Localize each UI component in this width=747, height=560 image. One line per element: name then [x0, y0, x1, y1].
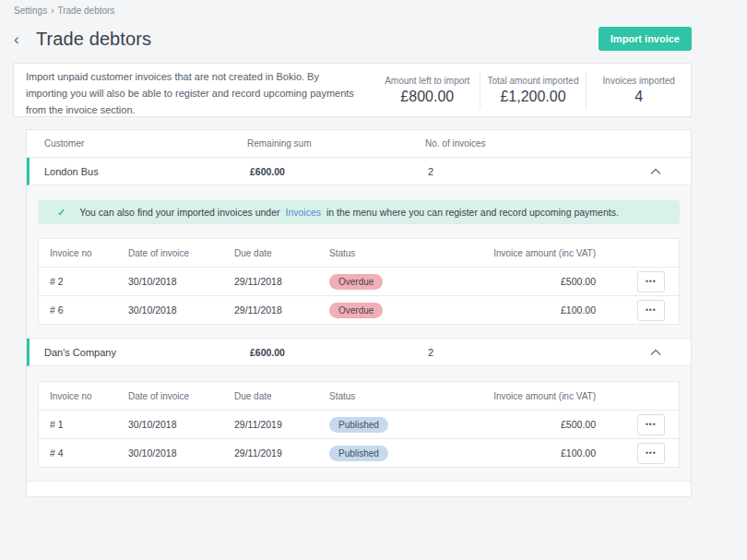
- summary-stat: Amount left to import£800.00: [375, 72, 480, 109]
- import-invoice-button[interactable]: Import invoice: [599, 27, 692, 51]
- summary-stat: Total amount imported£1,200.00: [480, 72, 587, 109]
- invoice-more-button[interactable]: ▪▪▪: [637, 414, 665, 435]
- summary-description: Import unpaid customer invoices that are…: [14, 64, 375, 116]
- invoice-date: 30/10/2018: [128, 419, 234, 430]
- invoice-more-button[interactable]: ▪▪▪: [637, 271, 665, 292]
- summary-stats: Amount left to import£800.00Total amount…: [375, 64, 691, 116]
- invoices-link[interactable]: Invoices: [285, 207, 321, 218]
- chevron-up-icon: [650, 349, 661, 356]
- customer-remaining-sum: £600.00: [250, 347, 428, 358]
- banner-text: You can also find your imported invoices…: [79, 207, 619, 218]
- invoice-no: # 4: [39, 447, 128, 459]
- invoice-status-cell: Overdue: [329, 274, 477, 290]
- page-title: Trade debtors: [36, 29, 151, 50]
- customer-expanded-section: ✓You can also find your imported invoice…: [27, 185, 691, 339]
- invoice-row: # 630/10/201829/11/2018Overdue£100.00▪▪▪: [39, 295, 679, 324]
- column-header-no-of-invoices: No. of invoices: [425, 138, 650, 149]
- invoice-status-cell: Overdue: [329, 303, 477, 318]
- customer-row[interactable]: London Bus£600.002: [27, 158, 691, 185]
- column-header-due-date: Due date: [234, 248, 329, 258]
- customer-name: London Bus: [30, 166, 250, 177]
- breadcrumb-separator-icon: ›: [51, 6, 53, 16]
- column-header-invoice-no: Invoice no: [39, 248, 128, 258]
- invoice-status-cell: Published: [329, 417, 477, 433]
- status-badge: Overdue: [329, 274, 383, 290]
- summary-stat-label: Total amount imported: [488, 76, 579, 86]
- invoice-more-button[interactable]: ▪▪▪: [637, 443, 665, 464]
- invoice-no: # 6: [39, 304, 128, 316]
- invoice-amount: £500.00: [477, 419, 637, 430]
- back-chevron-icon[interactable]: ‹: [14, 31, 29, 47]
- invoice-status-cell: Published: [329, 446, 477, 461]
- customer-remaining-sum: £600.00: [250, 166, 428, 177]
- summary-stat-label: Invoices imported: [594, 76, 683, 86]
- page-header: ‹ Trade debtors Import invoice: [14, 27, 692, 51]
- customer-name: Dan's Company: [30, 347, 250, 358]
- collapse-toggle[interactable]: [650, 349, 691, 356]
- column-header-date-of-invoice: Date of invoice: [128, 248, 234, 258]
- invoice-date: 30/10/2018: [128, 304, 234, 316]
- debtors-table-header: Customer Remaining sum No. of invoices: [27, 130, 691, 158]
- column-header-date-of-invoice: Date of invoice: [128, 391, 234, 401]
- invoice-row: # 430/10/201829/11/2019Published£100.00▪…: [39, 438, 679, 467]
- invoice-date: 30/10/2018: [128, 447, 234, 459]
- summary-stat-value: £800.00: [383, 89, 472, 105]
- summary-stat-value: £1,200.00: [488, 89, 579, 105]
- invoice-row: # 230/10/201829/11/2018Overdue£500.00▪▪▪: [39, 267, 679, 295]
- column-header-remaining-sum: Remaining sum: [247, 138, 425, 149]
- invoice-due-date: 29/11/2018: [234, 304, 329, 316]
- invoice-table-header: Invoice noDate of invoiceDue dateStatusI…: [39, 239, 679, 267]
- invoice-no: # 1: [39, 419, 128, 430]
- status-badge: Overdue: [329, 303, 383, 318]
- breadcrumb: Settings›Trade debtors: [0, 0, 747, 16]
- summary-card: Import unpaid customer invoices that are…: [13, 63, 692, 117]
- invoice-due-date: 29/11/2019: [234, 447, 329, 459]
- invoice-date: 30/10/2018: [128, 276, 234, 287]
- invoice-due-date: 29/11/2019: [234, 419, 329, 430]
- customer-expanded-section: Invoice noDate of invoiceDue dateStatusI…: [27, 366, 691, 482]
- column-header-status: Status: [329, 248, 477, 258]
- customer-invoice-count: 2: [428, 166, 650, 177]
- breadcrumb-settings-link[interactable]: Settings: [14, 6, 47, 16]
- column-header-invoice-amount: Invoice amount (inc VAT): [477, 391, 637, 401]
- status-badge: Published: [329, 417, 388, 433]
- imported-invoices-banner: ✓You can also find your imported invoice…: [38, 200, 680, 224]
- customer-invoice-count: 2: [428, 347, 650, 358]
- summary-stat: Invoices imported4: [586, 72, 691, 109]
- customer-row[interactable]: Dan's Company£600.002: [27, 339, 691, 366]
- status-badge: Published: [329, 446, 388, 461]
- invoice-amount: £100.00: [477, 447, 637, 459]
- summary-stat-value: 4: [594, 89, 683, 105]
- invoice-row: # 130/10/201829/11/2019Published£500.00▪…: [39, 410, 679, 438]
- invoice-more-button[interactable]: ▪▪▪: [637, 300, 665, 321]
- column-header-customer: Customer: [27, 138, 247, 149]
- invoice-amount: £100.00: [477, 304, 637, 316]
- column-header-invoice-amount: Invoice amount (inc VAT): [477, 248, 637, 258]
- checkmark-icon: ✓: [57, 207, 65, 219]
- column-header-invoice-no: Invoice no: [39, 391, 128, 401]
- collapse-toggle[interactable]: [650, 168, 691, 175]
- invoice-table: Invoice noDate of invoiceDue dateStatusI…: [38, 381, 680, 468]
- column-header-due-date: Due date: [234, 391, 329, 401]
- chevron-up-icon: [650, 168, 661, 175]
- breadcrumb-current: Trade debtors: [57, 6, 114, 16]
- invoice-amount: £500.00: [477, 276, 637, 287]
- summary-stat-label: Amount left to import: [383, 76, 472, 86]
- invoice-table-header: Invoice noDate of invoiceDue dateStatusI…: [39, 382, 679, 410]
- invoice-table: Invoice noDate of invoiceDue dateStatusI…: [38, 238, 680, 325]
- invoice-due-date: 29/11/2018: [234, 276, 329, 287]
- invoice-no: # 2: [39, 276, 128, 287]
- column-header-status: Status: [329, 391, 477, 401]
- debtors-table-card: Customer Remaining sum No. of invoices L…: [26, 129, 692, 497]
